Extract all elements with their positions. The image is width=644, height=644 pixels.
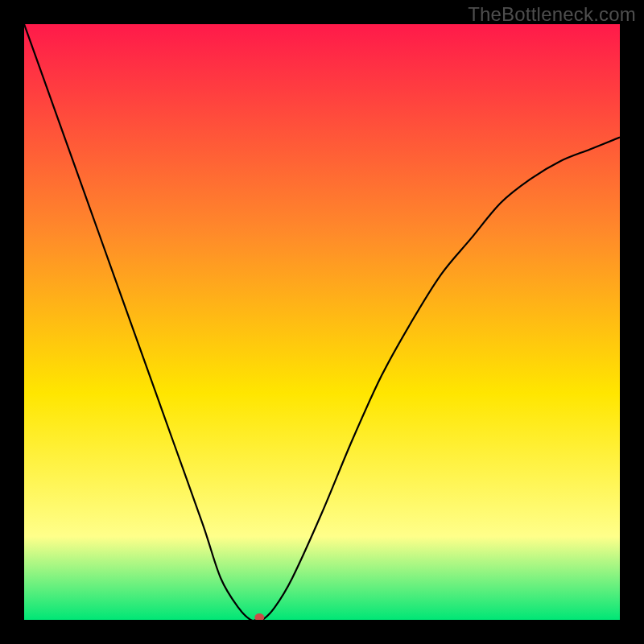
chart-frame: TheBottleneck.com — [0, 0, 644, 644]
plot-area — [24, 24, 620, 620]
bottleneck-plot-svg — [24, 24, 620, 620]
gradient-background — [24, 24, 620, 620]
watermark-text: TheBottleneck.com — [468, 3, 636, 26]
